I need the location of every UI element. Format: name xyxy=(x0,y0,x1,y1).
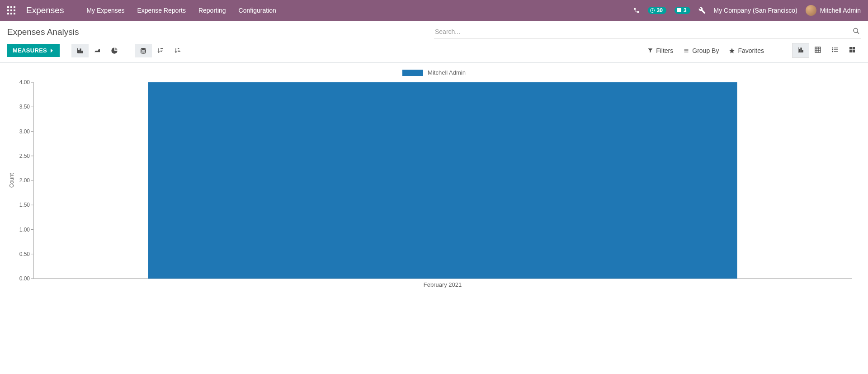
stacked-button[interactable] xyxy=(135,44,152,57)
kanban-view-button[interactable] xyxy=(844,43,861,58)
page-title: Expenses Analysis xyxy=(7,27,79,37)
favorites-label: Favorites xyxy=(738,47,764,54)
svg-text:3.50: 3.50 xyxy=(19,104,30,110)
graph-view-button[interactable] xyxy=(792,43,809,58)
search-options: Filters Group By Favorites xyxy=(647,43,861,58)
activity-badge[interactable]: 30 xyxy=(648,7,666,14)
nav-link-my-expenses[interactable]: My Expenses xyxy=(82,4,129,17)
pivot-view-button[interactable] xyxy=(809,43,826,58)
avatar xyxy=(806,5,816,16)
company-selector[interactable]: My Company (San Francisco) xyxy=(714,7,797,14)
top-navbar: Expenses My Expenses Expense Reports Rep… xyxy=(0,0,868,21)
svg-point-22 xyxy=(832,49,833,50)
search-bar xyxy=(434,25,861,38)
svg-text:3.00: 3.00 xyxy=(19,128,30,135)
svg-rect-12 xyxy=(802,50,803,52)
svg-text:0.00: 0.00 xyxy=(19,275,30,282)
search-input[interactable] xyxy=(434,25,850,38)
chart-area: Mitchell Admin 0.000.501.001.502.002.503… xyxy=(0,63,868,298)
measures-label: MEASURES xyxy=(13,47,47,54)
legend-swatch xyxy=(402,70,423,76)
svg-rect-10 xyxy=(799,49,800,52)
filters-button[interactable]: Filters xyxy=(647,47,673,54)
svg-text:0.50: 0.50 xyxy=(19,251,30,257)
svg-text:4.00: 4.00 xyxy=(19,80,30,85)
favorites-button[interactable]: Favorites xyxy=(729,47,764,54)
chart-legend: Mitchell Admin xyxy=(7,67,861,80)
user-name: Mitchell Admin xyxy=(820,7,861,14)
svg-rect-4 xyxy=(80,49,81,53)
apps-icon[interactable] xyxy=(7,6,15,14)
svg-rect-27 xyxy=(853,50,855,52)
groupby-label: Group By xyxy=(692,47,719,54)
svg-text:2.00: 2.00 xyxy=(19,177,30,184)
activity-count: 30 xyxy=(657,7,663,14)
legend-label: Mitchell Admin xyxy=(428,69,466,76)
groupby-button[interactable]: Group By xyxy=(683,47,719,54)
debug-icon[interactable] xyxy=(698,7,706,14)
svg-text:1.00: 1.00 xyxy=(19,227,30,233)
bar-chart: 0.000.501.001.502.002.503.003.504.00Coun… xyxy=(7,80,861,292)
bar-chart-button[interactable] xyxy=(71,44,89,57)
svg-point-23 xyxy=(832,51,833,52)
svg-line-2 xyxy=(857,32,859,34)
line-chart-button[interactable] xyxy=(89,44,106,57)
nav-link-expense-reports[interactable]: Expense Reports xyxy=(133,4,190,17)
svg-rect-5 xyxy=(81,51,82,53)
app-brand[interactable]: Expenses xyxy=(26,5,64,15)
chart-mode-group xyxy=(135,44,186,57)
messages-badge[interactable]: 3 xyxy=(675,7,690,14)
user-menu[interactable]: Mitchell Admin xyxy=(806,5,861,16)
filters-label: Filters xyxy=(656,47,673,54)
sort-asc-button[interactable] xyxy=(169,44,186,57)
search-icon[interactable] xyxy=(853,28,860,36)
control-panel: Expenses Analysis MEASURES xyxy=(0,21,868,63)
svg-text:2.50: 2.50 xyxy=(19,153,30,159)
svg-point-1 xyxy=(854,28,858,33)
navbar-right: 30 3 My Company (San Francisco) Mitchell… xyxy=(633,5,861,16)
phone-icon[interactable] xyxy=(633,7,640,14)
svg-text:Count: Count xyxy=(9,173,15,188)
svg-rect-3 xyxy=(79,50,80,53)
measures-button[interactable]: MEASURES xyxy=(7,44,60,57)
svg-point-6 xyxy=(141,48,146,50)
svg-text:1.50: 1.50 xyxy=(19,202,30,208)
nav-link-reporting[interactable]: Reporting xyxy=(194,4,231,17)
view-switcher xyxy=(792,43,861,58)
chart-type-group xyxy=(71,44,123,57)
svg-rect-49 xyxy=(148,82,737,279)
svg-rect-24 xyxy=(849,47,852,49)
svg-rect-25 xyxy=(853,47,855,49)
svg-rect-13 xyxy=(815,47,821,52)
svg-point-21 xyxy=(832,47,833,48)
svg-rect-26 xyxy=(849,50,852,52)
svg-rect-11 xyxy=(801,48,802,52)
list-view-button[interactable] xyxy=(826,43,844,58)
nav-link-configuration[interactable]: Configuration xyxy=(234,4,281,17)
pie-chart-button[interactable] xyxy=(106,44,123,57)
svg-text:February 2021: February 2021 xyxy=(424,281,462,288)
messages-count: 3 xyxy=(684,7,687,14)
sort-desc-button[interactable] xyxy=(152,44,169,57)
nav-links: My Expenses Expense Reports Reporting Co… xyxy=(82,4,280,17)
